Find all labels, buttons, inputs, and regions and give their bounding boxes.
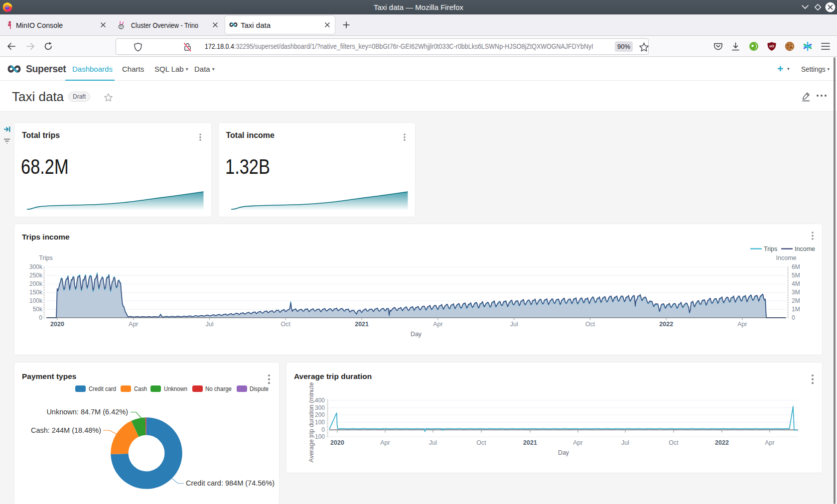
svg-text:Credit card: Credit card [89,385,116,392]
svg-text:Oct: Oct [585,321,595,328]
svg-text:Income: Income [776,254,797,261]
svg-text:6M: 6M [792,263,800,270]
svg-text:Dispute: Dispute [250,385,269,392]
svg-text:Day: Day [411,331,422,338]
svg-text:Jul: Jul [429,439,437,446]
svg-text:300: 300 [315,404,325,411]
svg-text:Unknown: Unknown [164,385,187,392]
svg-text:200: 200 [315,411,325,418]
svg-text:Apr: Apr [380,439,390,446]
svg-text:400: 400 [315,397,325,404]
svg-text:50k: 50k [33,306,43,313]
svg-text:Apr: Apr [433,321,442,328]
svg-text:200k: 200k [29,280,43,287]
svg-text:2021: 2021 [355,321,369,328]
svg-text:Average trip duration (minute: Average trip duration (minute [308,382,315,462]
svg-text:Apr: Apr [573,439,582,446]
svg-text:0: 0 [792,314,795,321]
svg-text:300k: 300k [29,263,43,270]
svg-text:Unknown: 84.7M (6.42%): Unknown: 84.7M (6.42%) [46,408,128,416]
svg-text:5M: 5M [792,272,800,279]
svg-text:250k: 250k [29,272,43,279]
svg-text:Jul: Jul [206,321,214,328]
svg-text:Oct: Oct [476,439,486,446]
svg-text:150k: 150k [29,289,43,296]
svg-text:No charge: No charge [205,385,232,392]
svg-text:Day: Day [558,449,569,456]
svg-text:Apr: Apr [737,321,747,328]
svg-text:1M: 1M [792,306,800,313]
svg-text:0: 0 [321,426,325,433]
svg-text:2022: 2022 [715,439,729,446]
svg-text:uO: uO [769,44,774,48]
svg-text:Apr: Apr [765,439,774,446]
svg-text:2020: 2020 [50,321,64,328]
svg-text:100k: 100k [29,297,43,304]
svg-text:Cash: Cash [134,385,147,392]
svg-text:2020: 2020 [330,439,344,446]
svg-text:Trips: Trips [39,254,52,261]
svg-text:Jul: Jul [510,321,518,328]
svg-text:Trips: Trips [764,246,777,252]
svg-text:100: 100 [315,419,325,426]
svg-text:2M: 2M [792,297,800,304]
svg-text:Jul: Jul [621,439,629,446]
svg-text:Cash: 244M (18.48%): Cash: 244M (18.48%) [31,426,101,434]
svg-text:3M: 3M [792,289,800,296]
svg-text:4M: 4M [792,280,800,287]
svg-text:2021: 2021 [523,439,537,446]
svg-text:Credit card: 984M (74.56%): Credit card: 984M (74.56%) [186,479,275,487]
svg-text:Oct: Oct [669,439,679,446]
svg-text:Apr: Apr [129,321,138,328]
svg-text:2022: 2022 [659,321,673,328]
svg-text:0: 0 [39,314,42,321]
svg-text:Income: Income [795,246,815,252]
svg-text:Oct: Oct [281,321,291,328]
